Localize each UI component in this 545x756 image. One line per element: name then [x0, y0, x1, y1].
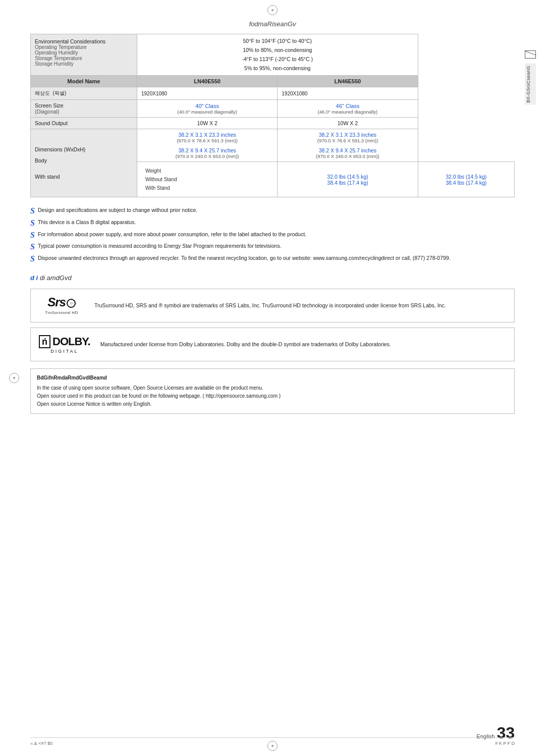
envelope-icon	[525, 50, 536, 59]
sound-value2: 10W X 2	[278, 118, 418, 129]
weight-values-main1: 32.0 lbs (14.5 kg) 38.4 lbs (17.4 kg)	[278, 162, 418, 197]
bullet-1: S	[30, 206, 35, 215]
bullet-3: S	[30, 231, 35, 240]
sub-heading-highlight: d i	[30, 274, 40, 282]
sidebar-label: BIl-GSniCseanG	[525, 64, 536, 105]
srs-logo: Srs○ TruSurround HD	[39, 296, 84, 315]
screen-size-1: 40" Class (40.0" measured diagonally)	[137, 100, 277, 118]
section-heading: fodmaRiseanGv	[30, 20, 515, 28]
opensource-title: BdGifnRmdaRmdGvdlBeamd	[37, 374, 508, 382]
srs-trademark-box: Srs○ TruSurround HD TruSurround HD, SRS …	[30, 289, 515, 322]
page-container: BIl-GSniCseanG fodmaRiseanGv Environment…	[0, 0, 545, 756]
env-label: Environmental Considerations Operating T…	[31, 34, 137, 76]
dolby-trademark-box: ń DOLBY. DIGITAL Manufactured under lice…	[30, 328, 515, 361]
resolution-label: 해상도 (픽셀)	[31, 87, 137, 100]
srs-text: TruSurround HD, SRS and ® symbol are tra…	[94, 302, 446, 310]
env-values: 50°F to 104°F (10°C to 40°C) 10% to 80%,…	[137, 34, 418, 76]
note-item-1: S Design and specifications are subject …	[30, 206, 515, 215]
dim-row: Dimensions (WxDxH) Body With stand 38.2 …	[31, 129, 515, 162]
opensource-box: BdGifnRmdaRmdGvdlBeamd In the case of us…	[30, 368, 515, 414]
dim-label: Dimensions (WxDxH) Body With stand	[31, 129, 137, 197]
bottom-circle-decoration	[267, 741, 278, 751]
resolution-row: 해상도 (픽셀) 1920X1080 1920X1080	[31, 87, 515, 100]
trademark-section: Srs○ TruSurround HD TruSurround HD, SRS …	[30, 289, 515, 361]
weight-values-1: Weight Without Stand With Stand	[137, 162, 277, 197]
footer-left: =.& <#? $0	[30, 741, 52, 746]
bullet-2: S	[30, 219, 35, 228]
bullet-5: S	[30, 254, 35, 263]
dolby-text: Manufactured under license from Dolby La…	[100, 341, 391, 349]
specs-table: Environmental Considerations Operating T…	[30, 34, 515, 197]
opensource-line-1: In the case of using open source softwar…	[37, 384, 508, 392]
opensource-line-2: Open source used in this product can be …	[37, 392, 508, 400]
bullet-4: S	[30, 242, 35, 251]
note-item-2: S This device is a Class B digital appar…	[30, 219, 515, 228]
dim-values-2: 38.2 X 3.1 X 23.3 inches (970.0 X 78.6 X…	[278, 129, 418, 162]
model-label: Model Name	[31, 76, 137, 87]
note-item-4: S Typical power consumption is measured …	[30, 242, 515, 251]
sound-label: Sound Output	[31, 118, 137, 129]
note-item-5: S Dispose unwanted electronics through a…	[30, 254, 515, 263]
dolby-logo: ń DOLBY. DIGITAL	[39, 335, 90, 354]
screen-label: Screen Size (Diagonal)	[31, 100, 137, 118]
screen-row: Screen Size (Diagonal) 40" Class (40.0" …	[31, 100, 515, 118]
footer-middle: # K P F D	[495, 741, 515, 746]
dim-values-1: 38.2 X 3.1 X 23.3 inches (970.0 X 78.6 X…	[137, 129, 277, 162]
env-row: Environmental Considerations Operating T…	[31, 34, 515, 76]
dolby-sub: DIGITAL	[50, 349, 78, 354]
model2: LN46E550	[278, 76, 418, 87]
notes-list: S Design and specifications are subject …	[30, 206, 515, 263]
right-sidebar: BIl-GSniCseanG	[525, 50, 536, 105]
opensource-line-3: Open source License Notice is written on…	[37, 400, 508, 408]
top-circle-decoration	[267, 5, 278, 15]
sound-row: Sound Output 10W X 2 10W X 2	[31, 118, 515, 129]
model-row: Model Name LN40E550 LN46E550	[31, 76, 515, 87]
sub-heading: d i di amdGvd	[30, 274, 515, 282]
weight-values-main2: 32.0 lbs (14.5 kg) 38.4 lbs (17.4 kg)	[418, 162, 514, 197]
resolution-value1: 1920X1080	[137, 87, 277, 100]
sound-value1: 10W X 2	[137, 118, 277, 129]
left-circle-decoration	[9, 373, 19, 383]
model1: LN40E550	[137, 76, 277, 87]
srs-sub-label: TruSurround HD	[45, 310, 78, 315]
note-item-3: S For information about power supply, an…	[30, 231, 515, 240]
resolution-value2: 1920X1080	[278, 87, 418, 100]
sub-heading-text: di amdGvd	[40, 274, 72, 282]
screen-size-2: 46" Class (46.0" measured diagonally)	[278, 100, 418, 118]
